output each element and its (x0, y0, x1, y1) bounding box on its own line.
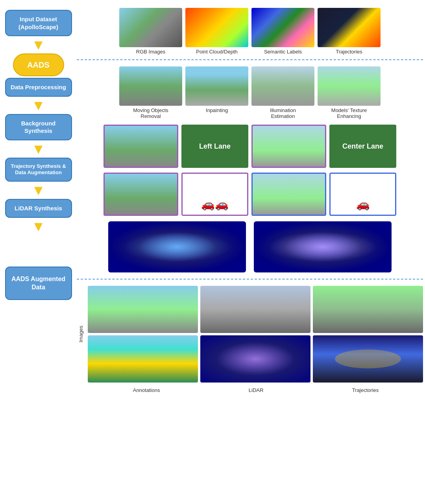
street-image-3 (313, 286, 423, 333)
pointcloud-box: Point Cloud/Depth (185, 8, 248, 55)
bg-image-1 (103, 125, 178, 168)
augmented-section: Images Annotations LiDAR Trajectories (77, 283, 423, 396)
illumination-box: IlluminationEstimation (251, 66, 314, 119)
lidar-image-2 (254, 221, 392, 272)
annotations-label: Annotations (133, 387, 160, 393)
annotations-image (88, 335, 198, 383)
input-images-row: RGB Images Point Cloud/Depth Semantic La… (77, 4, 423, 56)
semantic-label: Semantic Labels (264, 49, 302, 55)
street-image-2 (200, 286, 310, 333)
inpaint-label: Inpainting (206, 107, 228, 113)
street-image-1 (88, 286, 198, 333)
divider-1 (77, 59, 423, 60)
traj-image-2 (251, 173, 326, 216)
bg-synth-row: Left Lane Center Lane (77, 122, 423, 170)
lidar-synthesis-box: LiDAR Synthesis (5, 199, 72, 218)
traj-label: Trajectories (352, 387, 379, 393)
left-lane-box: Left Lane (181, 125, 248, 168)
bg-synth-section: Left Lane Center Lane (77, 122, 423, 170)
input-section: RGB Images Point Cloud/Depth Semantic La… (77, 4, 423, 63)
cars-image-1: 🚗🚗 (181, 173, 248, 216)
lidar-bottom-image (200, 335, 310, 383)
semantic-box: Semantic Labels (251, 8, 314, 55)
pointcloud-image (185, 8, 248, 47)
texture-image (318, 66, 381, 106)
pipeline-step-4: Trajectory Synthesis & Data Augmentation… (2, 158, 75, 199)
lidar-row (77, 218, 423, 276)
bottom-section: Images (77, 283, 423, 386)
pipeline-step-1: Input Dataset (ApolloScape) ▼ (2, 10, 75, 53)
bottom-grid (88, 286, 423, 383)
aads-augmented-box: AADS Augmented Data (5, 267, 72, 300)
semantic-image (251, 8, 314, 47)
arrow-2: ▼ (31, 98, 46, 112)
lidar-section (77, 218, 423, 283)
pipeline-aads-label: AADS (2, 53, 75, 76)
cars-image-2: 🚗 (329, 173, 396, 216)
inpaint-image (185, 66, 248, 106)
removal-box: Moving ObjectsRemoval (119, 66, 182, 119)
car-icon-2: 🚗 (356, 198, 370, 211)
bottom-labels-row: Annotations LiDAR Trajectories (77, 386, 423, 396)
arrow-3: ▼ (31, 142, 46, 156)
preprocess-row: Moving ObjectsRemoval Inpainting Illumin… (77, 63, 423, 122)
inpaint-box: Inpainting (185, 66, 248, 119)
center-lane-box: Center Lane (329, 125, 396, 168)
lidar-label: LiDAR (249, 387, 264, 393)
aads-oval: AADS (13, 53, 64, 76)
rgb-images-box: RGB Images (119, 8, 182, 55)
data-preprocessing-box: Data Preprocessing (5, 78, 72, 97)
removal-label: Moving ObjectsRemoval (133, 107, 168, 119)
illumination-image (251, 66, 314, 106)
car-icon-1: 🚗🚗 (201, 198, 229, 211)
trajectories-label: Trajectories (336, 49, 362, 55)
arrow-5: ▼ (31, 219, 46, 234)
arrow-4: ▼ (31, 183, 46, 197)
removal-image (119, 66, 182, 106)
pipeline-step-2: Data Preprocessing ▼ (2, 78, 75, 114)
rgb-image (119, 8, 182, 47)
trajectory-synthesis-box: Trajectory Synthesis & Data Augmentation (5, 158, 72, 182)
arrow-1: ▼ (31, 38, 46, 52)
illumination-label: IlluminationEstimation (270, 107, 296, 119)
trajectories-box: Trajectories (318, 8, 381, 55)
rgb-label: RGB Images (136, 49, 165, 55)
input-dataset-box: Input Dataset (ApolloScape) (5, 10, 72, 36)
trajectories-bottom-image (313, 335, 423, 383)
pipeline-step-6: AADS Augmented Data (2, 267, 75, 300)
preprocess-section: Moving ObjectsRemoval Inpainting Illumin… (77, 63, 423, 122)
texture-box: Models' TextureEnhancing (318, 66, 381, 119)
divider-2 (77, 279, 423, 280)
trajectories-image (318, 8, 381, 47)
pipeline-step-3: Background Synthesis ▼ (2, 114, 75, 158)
background-synthesis-box: Background Synthesis (5, 114, 72, 140)
bg-image-2 (251, 125, 326, 168)
images-vertical-label: Images (77, 286, 85, 383)
texture-label: Models' TextureEnhancing (331, 107, 367, 119)
pointcloud-label: Point Cloud/Depth (196, 49, 238, 55)
traj-synth-row: 🚗🚗 🚗 (77, 170, 423, 218)
traj-synth-section: 🚗🚗 🚗 (77, 170, 423, 218)
traj-image-1 (103, 173, 178, 216)
pipeline-step-5: LiDAR Synthesis ▼ (2, 199, 75, 235)
lidar-image-1 (108, 221, 246, 272)
